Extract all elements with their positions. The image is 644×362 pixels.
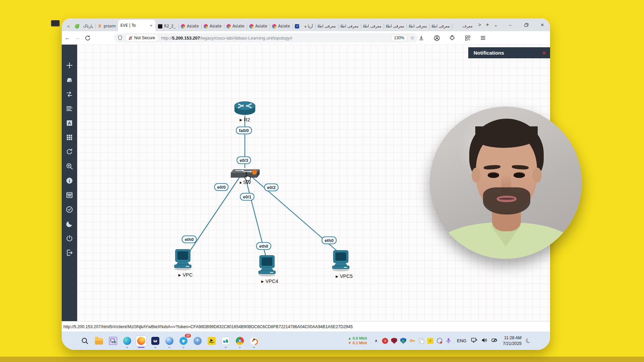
taskbar-clock[interactable]: 11:28 AM 7/21/2025 (503, 335, 522, 346)
tracking-shield-icon[interactable] (117, 35, 123, 41)
zoom-level-badge[interactable]: 130% (392, 35, 407, 41)
sidebar-add-object-icon[interactable] (65, 61, 73, 69)
sidebar-networks-icon[interactable] (65, 90, 73, 98)
taskbar-firefox-icon[interactable] (136, 336, 146, 346)
node-vpc-pc-icon[interactable] (173, 249, 193, 272)
sidebar-lab-info-icon[interactable]: i (65, 177, 73, 185)
tray-expand-icon[interactable]: ∧ (373, 338, 379, 344)
profile-icon[interactable] (433, 35, 440, 41)
node-vpc4-pc-icon[interactable] (257, 255, 277, 278)
night-mode-moon-icon[interactable]: ☾ (524, 336, 533, 345)
sidebar-close-lab-icon[interactable] (65, 234, 73, 242)
interface-label[interactable]: e0/1 (240, 193, 254, 201)
sidebar-nodes-icon[interactable] (65, 76, 73, 84)
language-indicator[interactable]: ENG (457, 338, 466, 343)
interface-label[interactable]: e0/2 (264, 184, 278, 191)
restore-button[interactable] (523, 22, 529, 28)
security-badge[interactable]: Not Secure (125, 34, 158, 42)
address-bar[interactable]: Not Secure http://5.200.153.207/legacy/c… (114, 33, 418, 43)
sidebar-lab-details-icon[interactable] (65, 191, 73, 199)
bookmark-star-icon[interactable]: ☆ (410, 35, 415, 41)
taskbar-telegram-icon[interactable]: 23 (178, 336, 189, 346)
browser-tab[interactable]: Asiate (178, 21, 201, 31)
network-display-icon[interactable] (471, 338, 477, 344)
tray-key-icon[interactable] (409, 338, 415, 344)
back-button[interactable]: ← (63, 34, 72, 42)
tab-close-icon[interactable]: ✕ (149, 23, 153, 28)
sidebar-startup-configs-icon[interactable] (65, 105, 73, 113)
tray-notes-icon[interactable]: ✓ (427, 338, 433, 344)
browser-tab[interactable]: R2_2_ (156, 21, 178, 31)
sidebar-pictures-icon[interactable] (65, 133, 73, 141)
topology-link[interactable] (187, 177, 239, 255)
browser-tab[interactable]: معرفی اطلا (315, 21, 338, 31)
taskbar-player-icon[interactable]: ▶Player (207, 336, 217, 346)
taskbar-start-icon[interactable] (66, 336, 76, 346)
node-vpc-label[interactable]: ▶VPC (178, 272, 193, 278)
minimize-button[interactable]: – (507, 22, 513, 28)
interface-label[interactable]: e0/3 (236, 157, 251, 164)
taskbar-chart-app-icon[interactable] (221, 336, 231, 346)
tab-list-menu-icon[interactable]: ⌄ (494, 22, 498, 27)
interface-label[interactable]: eth0 (182, 236, 197, 243)
node-vpc5-pc-icon[interactable] (331, 250, 351, 273)
browser-tab[interactable]: كآریا ه (292, 21, 315, 31)
browser-tab[interactable]: Asiate (247, 21, 270, 31)
taskbar-gear-app-icon[interactable]: * (193, 336, 203, 346)
browser-tab[interactable]: پارتاک (72, 21, 95, 31)
taskbar-openvpn-icon[interactable] (249, 336, 259, 346)
browser-tab[interactable]: معرفی اطلا (384, 21, 407, 31)
browser-tab[interactable]: معرفی اطلا (407, 21, 429, 31)
interface-label[interactable]: fa0/0 (236, 127, 252, 134)
new-tab-button[interactable]: + (486, 21, 489, 28)
notifications-close-icon[interactable]: ✕ (542, 50, 546, 56)
sidebar-refresh-topology-icon[interactable] (65, 148, 73, 156)
sidebar-zoom-in-icon[interactable] (65, 162, 73, 170)
tab-scroll-left-icon[interactable]: < (64, 21, 72, 31)
browser-tab[interactable]: Asiate (270, 21, 292, 31)
sidebar-logout-icon[interactable] (65, 249, 73, 257)
pen-battery-icon[interactable] (491, 338, 498, 344)
browser-tab[interactable]: Asiate (224, 21, 247, 31)
sidebar-text-editor-icon[interactable]: A (65, 119, 73, 127)
node-vpc5-label[interactable]: ▶VPC5 (336, 274, 353, 279)
tray-shield-icon[interactable] (391, 338, 397, 344)
reload-button[interactable] (83, 34, 92, 42)
tray-openvpn-icon[interactable] (436, 338, 442, 344)
interface-label[interactable]: e0/0 (214, 183, 228, 191)
forward-button[interactable]: → (73, 34, 82, 42)
browser-tab-active[interactable]: EVE | To✕ (118, 20, 156, 31)
node-r2-label[interactable]: ▶R2 (239, 117, 250, 122)
taskbar-search-icon[interactable] (80, 336, 90, 346)
menu-hamburger-icon[interactable] (480, 35, 486, 41)
tray-clipboard-icon[interactable] (418, 338, 424, 344)
close-window-button[interactable]: ✕ (539, 22, 545, 28)
qr-apps-icon[interactable] (464, 35, 471, 41)
downloads-icon[interactable] (418, 35, 425, 41)
node-vpc4-label[interactable]: ▶VPC4 (261, 279, 278, 284)
sidebar-configured-nodes-icon[interactable] (65, 205, 73, 214)
interface-label[interactable]: eth0 (322, 237, 337, 244)
browser-tab[interactable]: Xproxm (95, 21, 118, 31)
browser-tab[interactable]: معرفی اطلا (361, 21, 384, 31)
browser-tab[interactable]: معرفی اطلا (429, 21, 452, 31)
windows-security-icon[interactable] (400, 338, 406, 344)
browser-tab[interactable]: Asiate (201, 21, 224, 31)
tab-scroll-right-icon[interactable]: > (478, 22, 481, 27)
browser-tab[interactable]: معرف (452, 21, 475, 31)
node-r2-router-icon[interactable] (234, 101, 256, 117)
extensions-icon[interactable] (449, 35, 455, 41)
taskbar-remote-tool-icon[interactable] (108, 336, 118, 346)
taskbar-winbox-icon[interactable] (164, 336, 174, 346)
tray-downloader-icon[interactable]: 3 (382, 338, 388, 344)
browser-tab[interactable]: معرفی اطلا (338, 21, 361, 31)
volume-icon[interactable] (481, 338, 487, 344)
taskbar-edge-icon[interactable] (122, 336, 132, 346)
tray-mic-icon[interactable] (445, 338, 451, 344)
url-text[interactable]: http://5.200.153.207/legacy/cisco-lab/Ab… (161, 36, 392, 41)
taskbar-app-u-icon[interactable]: ω (150, 336, 160, 346)
sidebar-dark-mode-icon[interactable] (65, 220, 73, 228)
interface-label[interactable]: eth0 (256, 242, 271, 250)
taskbar-chrome-icon[interactable] (235, 336, 245, 346)
taskbar-file-explorer-icon[interactable] (94, 336, 104, 346)
